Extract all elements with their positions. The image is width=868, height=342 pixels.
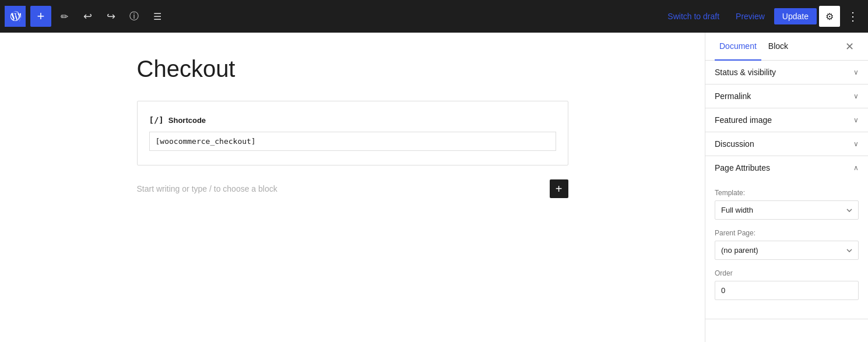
shortcode-icon: [/]	[149, 115, 164, 125]
undo-button[interactable]: ↩	[77, 6, 98, 27]
parent-page-select[interactable]: (no parent)	[715, 241, 859, 260]
panel-discussion-chevron	[853, 140, 859, 148]
template-label: Template:	[715, 189, 859, 197]
panel-featured-image-label: Featured image	[715, 115, 772, 125]
add-block-area: Start writing or type / to choose a bloc…	[137, 175, 568, 203]
panel-page-attributes: Page Attributes Template: Full width Par…	[705, 156, 868, 319]
more-options-button[interactable]: ⋮	[842, 6, 863, 27]
tab-document[interactable]: Document	[715, 33, 761, 61]
preview-button[interactable]: Preview	[729, 8, 772, 24]
panel-page-attributes-body: Template: Full width Parent Page: (no pa…	[705, 179, 868, 319]
template-field-group: Template: Full width	[715, 189, 859, 220]
panel-status-visibility-chevron	[853, 68, 859, 76]
order-input[interactable]	[715, 281, 859, 300]
tab-block[interactable]: Block	[764, 33, 793, 61]
list-icon: ☰	[153, 11, 161, 22]
add-block-toolbar-button[interactable]: +	[30, 6, 51, 27]
update-button[interactable]: Update	[774, 8, 817, 24]
block-header: [/] Shortcode	[149, 115, 556, 125]
settings-button[interactable]: ⚙	[819, 6, 840, 27]
editor-area: Checkout [/] Shortcode Start writing or …	[0, 33, 705, 342]
panel-permalink-label: Permalink	[715, 91, 751, 101]
panel-featured-image: Featured image	[705, 108, 868, 132]
undo-icon: ↩	[83, 10, 92, 23]
close-sidebar-button[interactable]: ✕	[840, 37, 859, 56]
panel-featured-image-chevron	[853, 116, 859, 124]
pencil-icon: ✏	[61, 11, 68, 22]
edit-mode-button[interactable]: ✏	[54, 6, 75, 27]
shortcode-block: [/] Shortcode	[137, 101, 568, 165]
main-layout: Checkout [/] Shortcode Start writing or …	[0, 33, 868, 342]
panel-status-visibility-header[interactable]: Status & visibility	[705, 61, 868, 84]
shortcode-input[interactable]	[149, 132, 556, 151]
sidebar: Document Block ✕ Status & visibility Per…	[705, 33, 868, 342]
order-field-group: Order	[715, 269, 859, 300]
template-select[interactable]: Full width	[715, 200, 859, 220]
panel-discussion: Discussion	[705, 132, 868, 156]
add-block-hint-text: Start writing or type / to choose a bloc…	[137, 184, 277, 193]
panel-permalink-chevron	[853, 92, 859, 100]
redo-button[interactable]: ↪	[100, 6, 121, 27]
add-block-button[interactable]: +	[550, 179, 568, 198]
order-label: Order	[715, 269, 859, 277]
switch-to-draft-button[interactable]: Switch to draft	[660, 8, 726, 24]
list-view-button[interactable]: ☰	[147, 6, 168, 27]
info-icon: ⓘ	[129, 10, 139, 23]
panel-page-attributes-label: Page Attributes	[715, 163, 770, 172]
panel-discussion-label: Discussion	[715, 139, 754, 149]
wordpress-logo[interactable]	[5, 6, 26, 27]
panel-permalink: Permalink	[705, 84, 868, 108]
panel-status-visibility: Status & visibility	[705, 61, 868, 84]
panel-status-visibility-label: Status & visibility	[715, 68, 776, 77]
panel-discussion-header[interactable]: Discussion	[705, 132, 868, 156]
panel-page-attributes-chevron	[853, 164, 859, 172]
panel-page-attributes-header[interactable]: Page Attributes	[705, 156, 868, 179]
toolbar: + ✏ ↩ ↪ ⓘ ☰ Switch to draft Preview Upda…	[0, 0, 868, 33]
sidebar-tabs: Document Block ✕	[705, 33, 868, 61]
page-title[interactable]: Checkout	[137, 56, 568, 82]
gear-icon: ⚙	[825, 11, 834, 22]
details-button[interactable]: ⓘ	[124, 6, 145, 27]
block-title-label: Shortcode	[168, 116, 206, 125]
redo-icon: ↪	[107, 10, 115, 23]
close-icon: ✕	[845, 40, 854, 53]
parent-page-label: Parent Page:	[715, 229, 859, 237]
panel-featured-image-header[interactable]: Featured image	[705, 108, 868, 132]
parent-page-field-group: Parent Page: (no parent)	[715, 229, 859, 260]
panel-permalink-header[interactable]: Permalink	[705, 84, 868, 108]
